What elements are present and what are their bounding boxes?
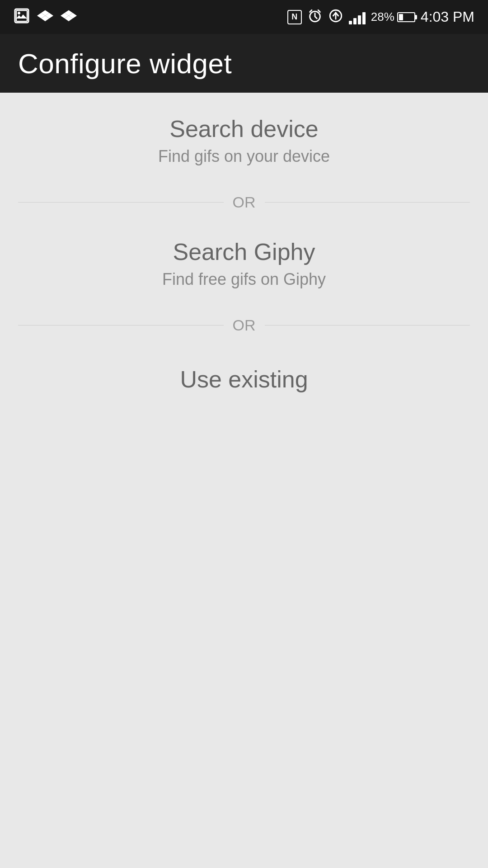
- search-giphy-subtitle: Find free gifs on Giphy: [162, 270, 326, 289]
- divider-text-2: OR: [224, 316, 265, 334]
- search-giphy-title: Search Giphy: [173, 238, 315, 265]
- divider-line-left-1: [18, 202, 224, 203]
- signal-icon: [349, 10, 366, 24]
- battery-icon: [397, 12, 415, 22]
- search-device-title: Search device: [169, 115, 319, 142]
- nfc-icon: N: [287, 10, 302, 24]
- svg-point-2: [18, 12, 20, 14]
- alarm-icon: [307, 8, 323, 26]
- divider-line-right-2: [265, 325, 470, 326]
- divider-or-2: OR: [0, 311, 488, 339]
- use-existing-item[interactable]: Use existing: [0, 339, 488, 425]
- status-bar: N 28%: [0, 0, 488, 34]
- search-device-item[interactable]: Search device Find gifs on your device: [0, 93, 488, 189]
- search-device-subtitle: Find gifs on your device: [158, 147, 330, 166]
- sync-icon: [328, 8, 343, 26]
- divider-or-1: OR: [0, 189, 488, 216]
- gallery-icon: [14, 8, 30, 26]
- status-bar-right: N 28%: [287, 8, 474, 26]
- status-time: 4:03 PM: [421, 9, 474, 25]
- svg-rect-0: [15, 9, 28, 23]
- page-title: Configure widget: [18, 47, 232, 80]
- dropbox-icon-1: [37, 8, 53, 26]
- svg-rect-1: [16, 10, 27, 21]
- divider-text-1: OR: [224, 193, 265, 211]
- search-giphy-item[interactable]: Search Giphy Find free gifs on Giphy: [0, 216, 488, 311]
- nfc-label: N: [291, 12, 297, 22]
- battery-percent: 28%: [371, 10, 394, 24]
- divider-line-right-1: [265, 202, 470, 203]
- app-bar: Configure widget: [0, 34, 488, 93]
- status-bar-left: [14, 8, 77, 26]
- use-existing-title: Use existing: [180, 366, 308, 393]
- content-area: Search device Find gifs on your device O…: [0, 93, 488, 425]
- divider-line-left-2: [18, 325, 224, 326]
- battery-indicator: 28%: [371, 10, 415, 24]
- dropbox-icon-2: [61, 8, 77, 26]
